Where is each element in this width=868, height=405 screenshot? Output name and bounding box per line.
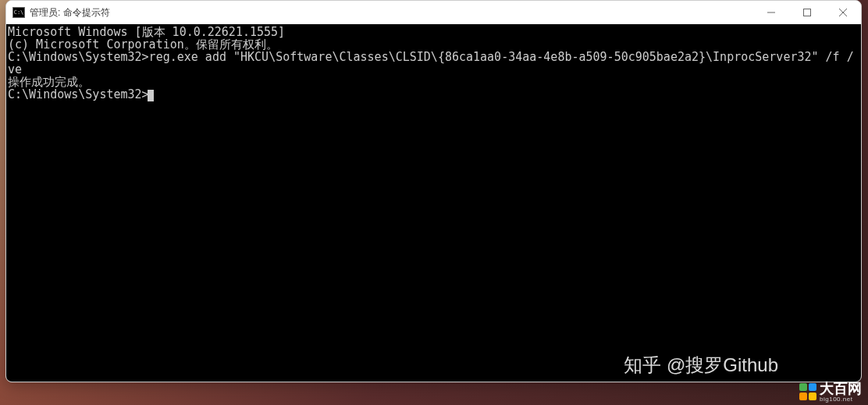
- dabai-sub-text: big100.net: [820, 396, 862, 403]
- minimize-button[interactable]: [753, 1, 789, 24]
- svg-rect-1: [804, 9, 811, 16]
- window-title: 管理员: 命令提示符: [30, 6, 110, 20]
- dabai-text: 大百网 big100.net: [820, 382, 862, 403]
- dabai-main-text: 大百网: [820, 382, 862, 396]
- close-button[interactable]: [825, 1, 861, 24]
- maximize-button[interactable]: [789, 1, 825, 24]
- dabai-watermark: 大百网 big100.net: [799, 382, 862, 403]
- command-prompt-window: C:\ 管理员: 命令提示符 Microsoft Windows [版本 10.…: [5, 0, 862, 382]
- cmd-icon: C:\: [12, 7, 25, 18]
- titlebar[interactable]: C:\ 管理员: 命令提示符: [6, 1, 861, 24]
- zhihu-watermark: 知乎 @搜罗Github: [624, 353, 778, 378]
- terminal-line: (c) Microsoft Corporation。保留所有权利。: [8, 38, 859, 51]
- terminal-prompt: C:\Windows\System32>: [8, 87, 149, 101]
- terminal-output[interactable]: Microsoft Windows [版本 10.0.22621.1555](c…: [6, 24, 861, 382]
- minimize-icon: [767, 9, 775, 16]
- cursor: [148, 90, 154, 101]
- terminal-line: 操作成功完成。: [8, 76, 859, 88]
- dabai-logo-icon: [799, 383, 816, 402]
- window-controls: [753, 1, 861, 24]
- close-icon: [839, 9, 847, 16]
- terminal-line: C:\Windows\System32>reg.exe add "HKCU\So…: [8, 51, 859, 76]
- terminal-line: Microsoft Windows [版本 10.0.22621.1555]: [8, 26, 859, 38]
- maximize-icon: [803, 9, 811, 16]
